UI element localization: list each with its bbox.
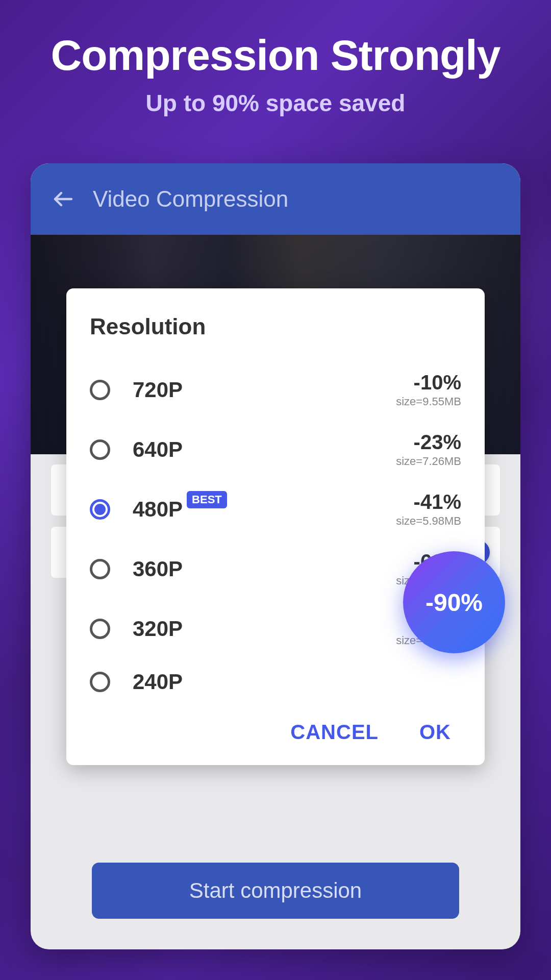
- bubble-value: -90%: [425, 589, 483, 617]
- app-bar: Video Compression: [31, 163, 520, 235]
- resolution-label: 320P: [133, 617, 396, 641]
- radio-icon[interactable]: [90, 559, 110, 579]
- app-screen: Video Compression Se De Start compressio…: [31, 163, 520, 949]
- hero-subtitle: Up to 90% space saved: [15, 89, 536, 117]
- savings-percent: -10%: [396, 371, 461, 394]
- radio-icon[interactable]: [90, 672, 110, 692]
- resolution-option-480p[interactable]: 480PBEST-41%size=5.98MB: [90, 479, 461, 539]
- dialog-title: Resolution: [90, 314, 461, 339]
- output-size: size=9.55MB: [396, 395, 461, 408]
- start-compression-button[interactable]: Start compression: [92, 863, 459, 919]
- resolution-dialog: Resolution 720P-10%size=9.55MB640P-23%si…: [66, 288, 485, 765]
- savings-percent: -41%: [396, 491, 461, 513]
- radio-icon[interactable]: [90, 380, 110, 400]
- resolution-label: 360P: [133, 557, 396, 581]
- start-button-label: Start compression: [189, 878, 362, 903]
- resolution-option-720p[interactable]: 720P-10%size=9.55MB: [90, 360, 461, 420]
- back-arrow-icon[interactable]: [51, 187, 76, 211]
- resolution-label: 480PBEST: [133, 497, 396, 522]
- ok-button[interactable]: OK: [419, 721, 451, 744]
- resolution-stats: -10%size=9.55MB: [396, 371, 461, 408]
- resolution-label: 720P: [133, 378, 396, 402]
- resolution-stats: -23%size=7.26MB: [396, 431, 461, 468]
- radio-icon[interactable]: [90, 619, 110, 639]
- resolution-label: 240P: [133, 670, 461, 694]
- resolution-option-640p[interactable]: 640P-23%size=7.26MB: [90, 420, 461, 479]
- resolution-stats: -41%size=5.98MB: [396, 491, 461, 528]
- savings-percent: -23%: [396, 431, 461, 454]
- hero-banner: Compression Strongly Up to 90% space sav…: [0, 0, 551, 137]
- output-size: size=7.26MB: [396, 455, 461, 468]
- best-badge: BEST: [187, 491, 227, 508]
- resolution-option-240p[interactable]: 240P: [90, 658, 461, 705]
- output-size: size=5.98MB: [396, 514, 461, 528]
- hero-title: Compression Strongly: [15, 31, 536, 80]
- cancel-button[interactable]: CANCEL: [290, 721, 379, 744]
- appbar-title: Video Compression: [93, 186, 288, 212]
- radio-icon[interactable]: [90, 439, 110, 460]
- dialog-actions: CANCEL OK: [90, 705, 461, 750]
- savings-bubble: -90%: [403, 551, 505, 653]
- radio-icon[interactable]: [90, 499, 110, 520]
- resolution-label: 640P: [133, 437, 396, 462]
